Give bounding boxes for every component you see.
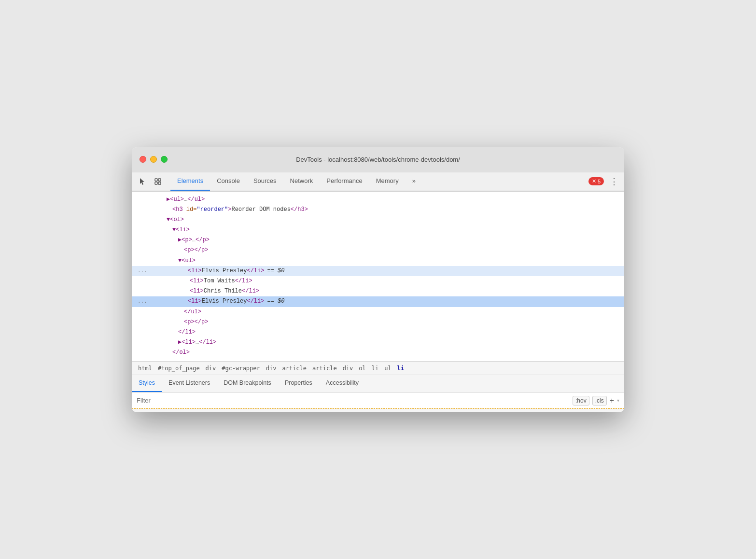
breadcrumb-article1[interactable]: article (280, 364, 308, 372)
tab-dom-breakpoints[interactable]: DOM Breakpoints (217, 375, 278, 392)
layers-icon[interactable] (151, 175, 165, 188)
tab-more[interactable]: » (406, 172, 422, 191)
breadcrumb-gc[interactable]: #gc-wrapper (220, 364, 261, 372)
dom-line[interactable]: </ol> (132, 348, 624, 358)
filter-bar: :hov .cls + ▾ (132, 392, 624, 408)
close-button[interactable] (140, 156, 146, 163)
devtools-tabs: Elements Console Sources Network Perform… (170, 172, 588, 191)
tab-accessibility[interactable]: Accessibility (319, 375, 365, 392)
hov-button[interactable]: :hov (573, 396, 589, 405)
breadcrumb-top[interactable]: #top_of_page (156, 364, 201, 372)
dom-line[interactable]: ▼<ul> (132, 256, 624, 266)
svg-rect-0 (155, 179, 157, 181)
traffic-lights (140, 156, 168, 163)
dots-button[interactable]: ... (138, 297, 149, 306)
breadcrumb-li2[interactable]: li (396, 364, 406, 372)
error-x-icon: ✕ (592, 178, 596, 184)
svg-rect-1 (158, 179, 161, 181)
breadcrumb-ul[interactable]: ul (383, 364, 392, 372)
add-style-button[interactable]: + (610, 396, 614, 405)
dom-line-elvis-bottom[interactable]: ... <li>Elvis Presley</li>== $0 (132, 296, 624, 307)
svg-rect-3 (158, 182, 161, 184)
breadcrumb-li1[interactable]: li (370, 364, 380, 372)
breadcrumb-bar: html #top_of_page div #gc-wrapper div ar… (132, 362, 624, 375)
tab-styles[interactable]: Styles (132, 375, 162, 392)
dom-line[interactable]: <h3 id="reorder">Reorder DOM nodes</h3> (132, 205, 624, 215)
maximize-button[interactable] (161, 156, 168, 163)
dom-line[interactable]: ▼<ol> (132, 215, 624, 225)
tab-memory[interactable]: Memory (369, 172, 406, 191)
bottom-panel-tabs: Styles Event Listeners DOM Breakpoints P… (132, 375, 624, 392)
breadcrumb-div1[interactable]: div (204, 364, 218, 372)
tab-network[interactable]: Network (283, 172, 320, 191)
dots-button[interactable]: ... (138, 267, 149, 276)
breadcrumb-ol[interactable]: ol (357, 364, 367, 372)
dom-line[interactable]: ▶<p>…</p> (132, 235, 624, 245)
dom-line[interactable]: ▼<li> (132, 225, 624, 235)
window-title: DevTools - localhost:8080/web/tools/chro… (296, 156, 460, 163)
dom-panel[interactable]: ▶<ul>…</ul> <h3 id="reorder">Reorder DOM… (132, 192, 624, 362)
cursor-icon[interactable] (136, 175, 149, 188)
tab-console[interactable]: Console (210, 172, 247, 191)
tab-event-listeners[interactable]: Event Listeners (162, 375, 217, 392)
dom-line[interactable]: <p></p> (132, 317, 624, 327)
dashed-style-area (132, 408, 624, 412)
tab-sources[interactable]: Sources (247, 172, 283, 191)
dom-line[interactable]: <p></p> (132, 245, 624, 255)
error-badge[interactable]: ✕ 5 (588, 177, 604, 185)
dom-line[interactable]: ▶<ul>…</ul> (132, 195, 624, 205)
breadcrumb-div2[interactable]: div (265, 364, 278, 372)
cls-button[interactable]: .cls (592, 396, 607, 405)
error-count: 5 (598, 179, 601, 184)
tag-content: ▶<ul> (167, 195, 184, 204)
devtools-toolbar: Elements Console Sources Network Perform… (132, 172, 624, 192)
dom-line[interactable]: </ul> (132, 307, 624, 317)
filter-buttons: :hov .cls + ▾ (573, 396, 619, 405)
tab-elements[interactable]: Elements (170, 172, 210, 191)
filter-input[interactable] (137, 397, 568, 404)
svg-rect-2 (155, 182, 157, 184)
dom-line-tom[interactable]: <li>Tom Waits</li> (132, 276, 624, 286)
dom-line-elvis-top[interactable]: ... <li>Elvis Presley</li>== $0 (132, 266, 624, 276)
breadcrumb-html[interactable]: html (137, 364, 154, 372)
more-menu-button[interactable]: ⋮ (608, 176, 620, 187)
dom-line[interactable]: </li> (132, 327, 624, 337)
titlebar: DevTools - localhost:8080/web/tools/chro… (132, 147, 624, 172)
toolbar-icons (136, 175, 165, 188)
dom-line[interactable]: ▶<li>…</li> (132, 337, 624, 348)
arrow-indicator: ▾ (617, 398, 619, 403)
tab-performance[interactable]: Performance (320, 172, 369, 191)
breadcrumb-article2[interactable]: article (311, 364, 338, 372)
devtools-window: DevTools - localhost:8080/web/tools/chro… (132, 147, 624, 412)
tab-properties[interactable]: Properties (278, 375, 319, 392)
breadcrumb-div3[interactable]: div (341, 364, 355, 372)
minimize-button[interactable] (150, 156, 157, 163)
dom-line-chris[interactable]: <li>Chris Thile</li> (132, 286, 624, 296)
toolbar-right: ✕ 5 ⋮ (588, 176, 620, 187)
